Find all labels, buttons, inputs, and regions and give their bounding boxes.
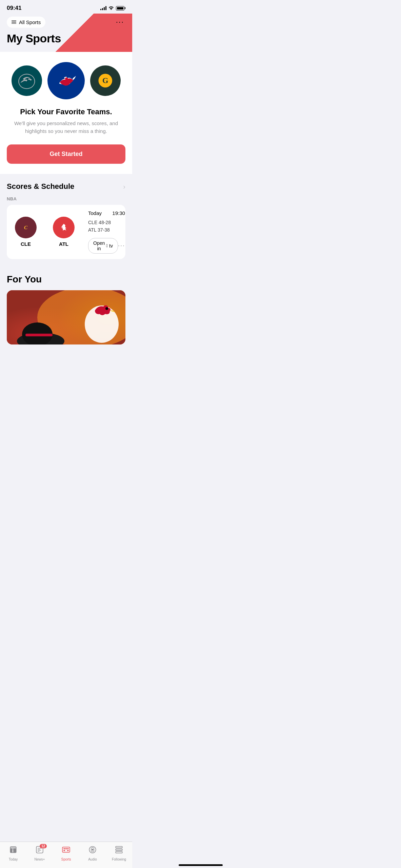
battery-icon — [116, 6, 125, 11]
open-in-label: Open in — [93, 240, 105, 251]
score-atl: ATL 37-38 — [88, 226, 125, 234]
team-side-atl: ATL — [50, 217, 77, 247]
bills-logo-icon — [52, 67, 80, 95]
game-scores: CLE 48-28 ATL 37-38 — [88, 219, 125, 234]
scores-section-header: Scores & Schedule › — [7, 182, 125, 191]
svg-point-1 — [28, 78, 30, 80]
league-label: NBA — [7, 196, 125, 201]
status-icons — [100, 6, 125, 11]
game-time: 19:30 — [112, 210, 125, 216]
header-nav: All Sports ··· — [7, 16, 125, 28]
team-logo-eagles — [12, 65, 42, 96]
all-sports-button[interactable]: All Sports — [7, 17, 45, 28]
scores-title: Scores & Schedule — [7, 182, 74, 191]
eagles-logo-icon — [15, 69, 38, 92]
open-in-tv-button[interactable]: Open in  tv — [88, 238, 118, 254]
chevron-right-icon[interactable]: › — [123, 183, 125, 191]
header: All Sports ··· My Sports — [0, 14, 132, 52]
apple-tv-icon:  — [106, 243, 108, 248]
cavs-logo-icon: C — [19, 220, 33, 235]
team-logo-bills — [47, 62, 85, 99]
team-abbr-atl: ATL — [59, 241, 68, 247]
news-image — [7, 290, 125, 344]
team-side-cle: C CLE — [12, 217, 39, 247]
scores-section: Scores & Schedule › NBA C CLE — [0, 174, 132, 259]
all-sports-label: All Sports — [19, 19, 41, 25]
teams-section: G Pick Your Favorite Teams. We'll give y… — [0, 52, 132, 174]
more-options-button[interactable]: ··· — [115, 16, 125, 28]
game-actions: Open in  tv ··· — [88, 238, 125, 254]
svg-text:C: C — [24, 225, 28, 230]
game-day: Today — [88, 210, 102, 216]
signal-icon — [100, 6, 106, 10]
svg-rect-15 — [25, 334, 53, 336]
for-you-section: For You — [0, 266, 132, 344]
game-more-button[interactable]: ··· — [118, 242, 125, 249]
svg-point-12 — [105, 307, 108, 310]
page-title: My Sports — [7, 32, 125, 45]
pick-teams-title: Pick Your Favorite Teams. — [7, 107, 125, 116]
hawks-logo — [53, 217, 75, 238]
game-card: C CLE ATL — [7, 205, 125, 259]
news-image-bg — [7, 290, 125, 344]
tv-label: tv — [109, 243, 113, 249]
for-you-title: For You — [7, 274, 125, 285]
packers-logo-icon: G — [94, 69, 117, 92]
get-started-button[interactable]: Get Started — [7, 144, 125, 164]
status-bar: 09:41 — [0, 0, 132, 14]
team-logos: G — [7, 62, 125, 99]
hamburger-icon — [12, 20, 16, 24]
svg-text:G: G — [102, 76, 108, 85]
score-cle: CLE 48-28 — [88, 219, 125, 226]
cavaliers-logo: C — [15, 217, 37, 238]
game-info: Today 19:30 CLE 48-28 ATL 37-38 Open in … — [88, 210, 125, 254]
wifi-icon — [108, 6, 114, 11]
news-bg-svg — [7, 290, 125, 344]
pick-teams-subtitle: We'll give you personalized news, scores… — [7, 120, 125, 135]
hawks-logo-icon — [57, 220, 71, 235]
team-abbr-cle: CLE — [21, 241, 31, 247]
status-time: 09:41 — [7, 5, 21, 12]
tab-bar-spacer — [0, 344, 132, 378]
team-logo-packers: G — [90, 65, 121, 96]
